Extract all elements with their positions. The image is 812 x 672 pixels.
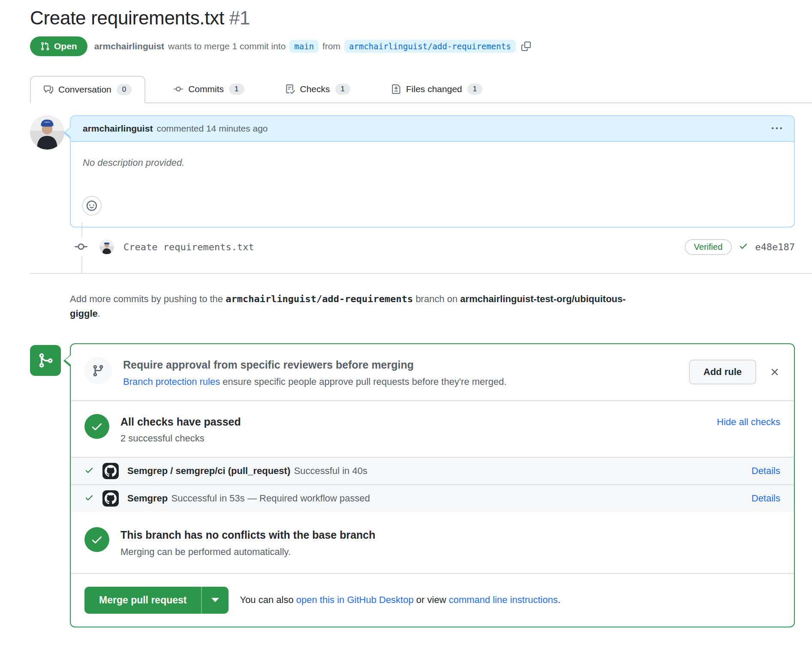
branch-protection-section: Require approval from specific reviewers…	[71, 344, 794, 400]
merge-options-dropdown[interactable]	[201, 587, 229, 614]
pr-status-row: Open armchairlinguist wants to merge 1 c…	[30, 36, 795, 56]
chevron-down-icon	[211, 598, 219, 602]
check-name-status: Semgrep Successful in 53s — Required wor…	[127, 493, 370, 504]
tab-counter: 1	[467, 84, 482, 95]
pr-state-badge: Open	[30, 36, 87, 56]
merge-alternatives-note: You can also open this in GitHub Desktop…	[240, 594, 560, 606]
merge-note-prefix: You can also	[240, 594, 296, 605]
branch-protection-desc-text: ensure specific people approve pull requ…	[220, 376, 506, 387]
tab-counter: 1	[229, 84, 244, 95]
branch-protection-desc: Branch protection rules ensure specific …	[123, 376, 507, 387]
checklist-icon	[286, 84, 295, 94]
pr-tab-nav: Conversation 0 Commits 1 Checks 1 Files …	[30, 76, 812, 103]
conflicts-subtitle: Merging can be performed automatically.	[120, 546, 376, 558]
check-success-icon	[84, 493, 94, 504]
github-desktop-link[interactable]: open this in GitHub Desktop	[296, 594, 414, 605]
checks-summary-actions: Hide all checks	[717, 414, 780, 428]
tab-label: Checks	[300, 84, 330, 94]
kebab-horizontal-icon	[772, 123, 782, 134]
command-line-instructions-link[interactable]: command line instructions	[449, 594, 558, 605]
merge-box: Require approval from specific reviewers…	[70, 343, 795, 627]
pr-page: Create requirements.txt #1 Open armchair…	[0, 0, 812, 627]
author-avatar[interactable]	[30, 115, 64, 150]
merge-button-group: Merge pull request	[84, 587, 229, 614]
pr-action-text: wants to merge 1 commit into	[168, 41, 286, 51]
verified-badge[interactable]: Verified	[685, 239, 732, 255]
avatar-image	[30, 115, 64, 150]
add-reaction-button[interactable]	[82, 196, 102, 216]
copy-branch-button[interactable]	[521, 42, 531, 51]
github-mark-icon	[105, 465, 117, 477]
check-details-link[interactable]: Details	[752, 493, 780, 504]
file-diff-icon	[391, 84, 401, 94]
merge-note-middle: or view	[414, 594, 449, 605]
commit-check-icon	[739, 241, 748, 252]
push-note-prefix: Add more commits by pushing to the	[70, 294, 226, 304]
github-app-avatar	[102, 463, 119, 479]
base-branch-label[interactable]: main	[289, 40, 319, 53]
close-icon	[769, 366, 780, 378]
commit-message[interactable]: Create requirements.txt	[123, 242, 254, 252]
comment-author[interactable]: armchairlinguist	[83, 123, 153, 134]
checks-summary-text: All checks have passed 2 successful chec…	[120, 414, 241, 444]
page-title: Create requirements.txt #1	[30, 6, 795, 30]
commit-meta: Verified e48e187	[685, 239, 795, 255]
conflicts-text: This branch has no conflicts with the ba…	[120, 527, 376, 558]
comment-header: armchairlinguist commented 14 minutes ag…	[71, 116, 794, 142]
timeline-divider	[30, 273, 812, 274]
check-status: Successful in 53s — Required workflow pa…	[171, 493, 370, 504]
check-icon	[90, 420, 103, 433]
check-row: Semgrep / semgrep/ci (pull_request) Succ…	[71, 457, 794, 484]
tab-files-changed[interactable]: Files changed 1	[379, 76, 495, 102]
pr-number: #1	[229, 7, 250, 28]
pull-request-icon	[40, 42, 50, 51]
comment-footer	[71, 196, 794, 227]
smiley-icon	[87, 201, 97, 211]
pr-timeline: Create requirements.txt Verified e48e187	[30, 228, 795, 273]
branch-protection-rules-link[interactable]: Branch protection rules	[123, 376, 220, 387]
pr-title-text: Create requirements.txt	[30, 7, 224, 28]
comment-body: No description provided.	[71, 142, 794, 196]
check-details-link[interactable]: Details	[752, 465, 780, 477]
check-name: Semgrep	[127, 493, 168, 504]
tab-label: Files changed	[406, 84, 462, 94]
tab-conversation[interactable]: Conversation 0	[30, 76, 145, 103]
tab-label: Commits	[188, 84, 224, 94]
tab-commits[interactable]: Commits 1	[161, 76, 257, 102]
check-icon	[90, 533, 103, 546]
push-note-suffix: .	[98, 308, 100, 319]
branch-protection-title: Require approval from specific reviewers…	[123, 359, 414, 371]
pr-author[interactable]: armchairlinguist	[94, 41, 164, 51]
checks-summary-subtitle: 2 successful checks	[120, 433, 241, 444]
checks-passed-icon	[84, 414, 109, 439]
hide-all-checks-link[interactable]: Hide all checks	[717, 417, 780, 428]
conflicts-section: This branch has no conflicts with the ba…	[71, 512, 794, 573]
pr-description-comment: armchairlinguist commented 14 minutes ag…	[30, 115, 795, 228]
check-status: Successful in 40s	[294, 465, 367, 476]
merge-state-icon	[30, 345, 61, 376]
commit-author-avatar[interactable]	[99, 240, 114, 254]
merge-status-area: Require approval from specific reviewers…	[30, 343, 795, 627]
conflicts-title: This branch has no conflicts with the ba…	[120, 529, 376, 541]
commit-row: Create requirements.txt Verified e48e187	[30, 228, 795, 273]
commit-icon	[174, 84, 183, 94]
head-branch-label[interactable]: armchairlinguist/add-requirements	[344, 40, 516, 53]
push-note: Add more commits by pushing to the armch…	[70, 292, 649, 321]
checks-summary-title: All checks have passed	[120, 416, 241, 428]
dismiss-protection-button[interactable]	[769, 366, 780, 378]
avatar-image	[99, 240, 114, 254]
commit-sha[interactable]: e48e187	[755, 242, 795, 252]
branch-protection-text: Require approval from specific reviewers…	[123, 357, 507, 387]
add-rule-button[interactable]: Add rule	[689, 360, 756, 384]
merge-action-section: Merge pull request You can also open thi…	[71, 573, 794, 627]
check-success-icon	[84, 465, 94, 477]
branch-protection-actions: Add rule	[689, 357, 780, 384]
tab-checks[interactable]: Checks 1	[273, 76, 364, 102]
from-text: from	[322, 41, 340, 51]
merge-pull-request-button[interactable]: Merge pull request	[84, 587, 201, 614]
check-name-status: Semgrep / semgrep/ci (pull_request) Succ…	[127, 465, 367, 477]
comment-options-button[interactable]	[772, 123, 782, 134]
no-conflicts-icon	[84, 527, 109, 552]
comment-meta: commented 14 minutes ago	[156, 123, 268, 134]
git-branch-icon	[92, 364, 105, 377]
